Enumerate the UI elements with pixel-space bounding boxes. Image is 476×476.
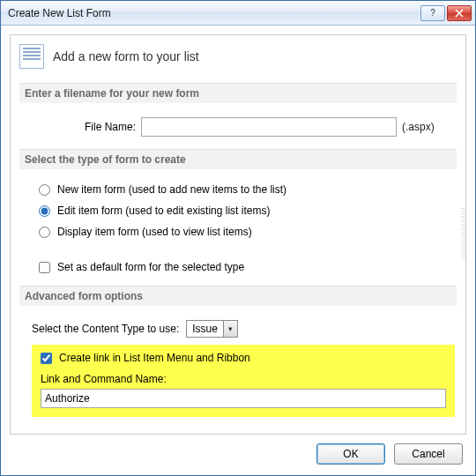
ok-button[interactable]: OK (316, 443, 385, 465)
filename-input[interactable] (141, 117, 397, 137)
filename-label: File Name: (39, 121, 136, 133)
scrollbar[interactable] (461, 208, 466, 261)
main-panel: Add a new form to your list Enter a file… (10, 34, 466, 435)
content-type-label: Select the Content Type to use: (32, 323, 179, 335)
close-icon (455, 9, 464, 18)
window-title: Create New List Form (8, 7, 419, 19)
filename-suffix: (.aspx) (402, 121, 435, 133)
checkbox-set-default-label: Set as default form for the selected typ… (57, 261, 244, 273)
content-type-value: Issue (187, 321, 223, 337)
titlebar[interactable]: Create New List Form ? (1, 1, 475, 26)
cancel-button[interactable]: Cancel (394, 443, 463, 465)
link-command-name-input[interactable] (41, 389, 446, 408)
checkbox-create-link-input[interactable] (41, 353, 52, 364)
radio-new-item-input[interactable] (39, 184, 50, 196)
page-title: Add a new form to your list (53, 49, 199, 63)
section-body-advanced: Select the Content Type to use: Issue ▾ … (19, 315, 457, 420)
radio-new-item-label: New item form (used to add new items to … (57, 183, 286, 196)
radio-edit-item[interactable]: Edit item form (used to edit existing li… (39, 205, 455, 217)
checkbox-set-default[interactable]: Set as default form for the selected typ… (39, 261, 455, 273)
content-type-combo[interactable]: Issue ▾ (186, 320, 238, 338)
radio-edit-item-input[interactable] (39, 205, 50, 217)
radio-display-item-label: Display item form (used to view list ite… (57, 226, 252, 238)
button-bar: OK Cancel (10, 435, 466, 468)
form-icon (19, 44, 44, 69)
section-header-advanced: Advanced form options (19, 286, 457, 306)
radio-display-item-input[interactable] (39, 227, 50, 238)
help-icon: ? (430, 8, 435, 18)
section-body-filename: File Name: (.aspx) (19, 112, 457, 140)
checkbox-create-link[interactable]: Create link in List Item Menu and Ribbon (41, 352, 446, 364)
page-header: Add a new form to your list (19, 44, 457, 74)
help-button[interactable]: ? (420, 5, 445, 21)
radio-new-item[interactable]: New item form (used to add new items to … (39, 183, 455, 196)
client-area: Add a new form to your list Enter a file… (1, 26, 475, 475)
section-header-filename: Enter a filename for your new form (19, 83, 457, 103)
dialog-window: Create New List Form ? Add a new form to… (0, 0, 476, 476)
checkbox-create-link-label: Create link in List Item Menu and Ribbon (59, 352, 250, 364)
radio-edit-item-label: Edit item form (used to edit existing li… (57, 205, 270, 217)
close-button[interactable] (447, 5, 472, 21)
content-type-dropdown-button[interactable]: ▾ (223, 321, 237, 337)
radio-display-item[interactable]: Display item form (used to view list ite… (39, 226, 455, 238)
link-command-name-label: Link and Command Name: (41, 373, 446, 385)
advanced-highlight: Create link in List Item Menu and Ribbon… (32, 345, 455, 417)
section-body-formtype: New item form (used to add new items to … (19, 178, 457, 277)
section-header-formtype: Select the type of form to create (19, 149, 457, 169)
checkbox-set-default-input[interactable] (39, 262, 50, 273)
chevron-down-icon: ▾ (228, 324, 233, 333)
